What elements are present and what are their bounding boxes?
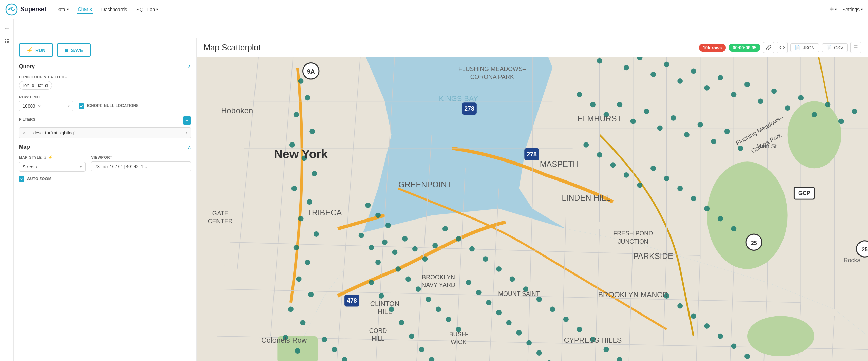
svg-point-166 <box>838 119 844 124</box>
ignore-null-checkbox[interactable] <box>79 103 84 109</box>
top-nav: ∞ Superset Data ▾ Charts Dashboards SQL … <box>0 0 868 19</box>
run-icon: ⚡ <box>26 47 33 53</box>
svg-point-133 <box>496 310 502 316</box>
svg-point-184 <box>624 172 629 178</box>
svg-point-78 <box>305 95 310 101</box>
svg-point-195 <box>691 313 696 319</box>
svg-rect-7 <box>7 28 9 28</box>
nav-settings-button[interactable]: Settings ▾ <box>842 7 863 12</box>
save-button[interactable]: ⊕ SAVE <box>57 43 91 57</box>
svg-point-226 <box>385 223 391 228</box>
svg-point-92 <box>288 307 294 312</box>
svg-point-116 <box>419 347 424 352</box>
svg-point-194 <box>677 303 683 309</box>
svg-text:CENTER: CENTER <box>208 218 233 225</box>
auto-zoom-checkbox[interactable] <box>19 176 24 182</box>
svg-point-188 <box>677 186 683 191</box>
left-panel: ⚡ RUN ⊕ SAVE Query ∧ LONGITUDE & LATITUD… <box>14 38 197 361</box>
nav-charts[interactable]: Charts <box>77 5 93 14</box>
svg-text:CORD: CORD <box>369 327 387 334</box>
filter-expand-button[interactable]: › <box>183 128 191 138</box>
row-limit-clear[interactable]: ✕ <box>38 104 41 109</box>
svg-point-87 <box>314 231 319 237</box>
map-container[interactable]: 9A 278 278 478 25 25 GCP 27 <box>197 57 868 361</box>
svg-text:PARKSIDE: PARKSIDE <box>633 252 673 261</box>
sidebar-icons <box>0 19 14 361</box>
svg-rect-11 <box>7 41 9 43</box>
svg-point-79 <box>294 112 299 117</box>
ignore-null-label: IGNORE NULL LOCATIONS <box>87 103 139 108</box>
svg-point-86 <box>298 216 304 222</box>
nav-sqllab[interactable]: SQL Lab ▾ <box>136 5 159 14</box>
svg-point-160 <box>758 98 763 104</box>
filter-remove-button[interactable]: ✕ <box>19 128 30 138</box>
svg-point-158 <box>731 92 736 97</box>
map-style-select[interactable]: Streets ▾ <box>19 162 86 172</box>
svg-text:TRIBECA: TRIBECA <box>307 208 342 217</box>
svg-point-199 <box>744 354 750 359</box>
svg-point-95 <box>295 348 300 354</box>
query-collapse-button[interactable]: ∧ <box>188 64 191 69</box>
csv-button[interactable]: 📄 .CSV <box>822 43 848 52</box>
svg-point-101 <box>422 256 428 262</box>
map-section: Map ∧ MAP STYLE ℹ ⚡ Streets ▾ VIEWP <box>19 144 191 182</box>
svg-point-77 <box>298 78 304 84</box>
lon-lat-input[interactable]: lon_d | lat_d <box>19 81 52 90</box>
svg-rect-9 <box>7 39 9 40</box>
svg-point-108 <box>436 307 441 312</box>
more-options-button[interactable]: ☰ <box>850 42 861 53</box>
run-button[interactable]: ⚡ RUN <box>19 43 53 57</box>
svg-point-155 <box>691 68 696 74</box>
svg-text:BUSH-: BUSH- <box>449 331 468 338</box>
svg-point-169 <box>590 102 596 107</box>
code-button[interactable] <box>777 42 788 53</box>
svg-point-218 <box>577 327 582 332</box>
row-limit-select[interactable]: 10000 ✕ ▾ <box>19 101 73 111</box>
svg-point-213 <box>510 277 515 282</box>
add-filter-button[interactable]: + <box>183 116 191 125</box>
svg-point-136 <box>526 340 532 346</box>
nav-data[interactable]: Data ▾ <box>55 5 69 14</box>
svg-point-175 <box>671 115 676 121</box>
svg-text:KINGS BAY: KINGS BAY <box>439 94 478 103</box>
svg-point-181 <box>583 142 589 148</box>
svg-text:MASPETH: MASPETH <box>540 160 579 169</box>
svg-text:Colonels Row: Colonels Row <box>261 336 307 344</box>
sidebar-collapse-icon[interactable] <box>1 22 12 33</box>
json-button[interactable]: 📄 .JSON <box>790 43 819 52</box>
svg-point-236 <box>322 337 327 342</box>
svg-point-173 <box>644 109 649 114</box>
viewport-input[interactable]: 73° 55' 16.16" | 40° 42' 1... <box>91 162 191 171</box>
svg-point-105 <box>405 277 411 282</box>
svg-point-157 <box>718 75 723 80</box>
svg-point-114 <box>399 320 404 325</box>
sidebar-grid-icon[interactable] <box>1 35 12 46</box>
svg-point-172 <box>630 119 636 124</box>
filter-row: ✕ desc_t = 'rat sighting' › <box>19 127 191 138</box>
toolbar: ⚡ RUN ⊕ SAVE <box>19 43 191 57</box>
map-background: 9A 278 278 478 25 25 GCP 27 <box>197 57 868 361</box>
svg-text:CLINTON: CLINTON <box>370 300 399 307</box>
svg-rect-4 <box>5 28 7 28</box>
link-button[interactable] <box>763 42 774 53</box>
chart-title: Map Scatterplot <box>204 43 261 52</box>
svg-rect-3 <box>5 27 7 27</box>
nav-dashboards[interactable]: Dashboards <box>101 5 128 14</box>
svg-point-183 <box>610 162 616 168</box>
svg-point-211 <box>483 256 488 262</box>
svg-text:WICK: WICK <box>451 339 467 345</box>
map-collapse-button[interactable]: ∧ <box>188 144 191 150</box>
svg-point-163 <box>798 95 804 101</box>
row-limit-arrow: ▾ <box>68 104 70 108</box>
svg-point-161 <box>771 89 777 94</box>
nav-sqllab-chevron: ▾ <box>156 7 158 11</box>
svg-point-192 <box>731 226 736 231</box>
svg-point-93 <box>300 320 306 325</box>
svg-point-115 <box>409 334 414 339</box>
chart-header: Map Scatterplot 10k rows 00:00:08.95 <box>197 38 868 57</box>
svg-point-99 <box>402 236 408 242</box>
query-section-title: Query <box>19 63 35 70</box>
logo[interactable]: ∞ Superset <box>5 3 46 16</box>
svg-point-189 <box>691 196 696 201</box>
nav-plus-button[interactable]: + ▾ <box>830 5 837 13</box>
